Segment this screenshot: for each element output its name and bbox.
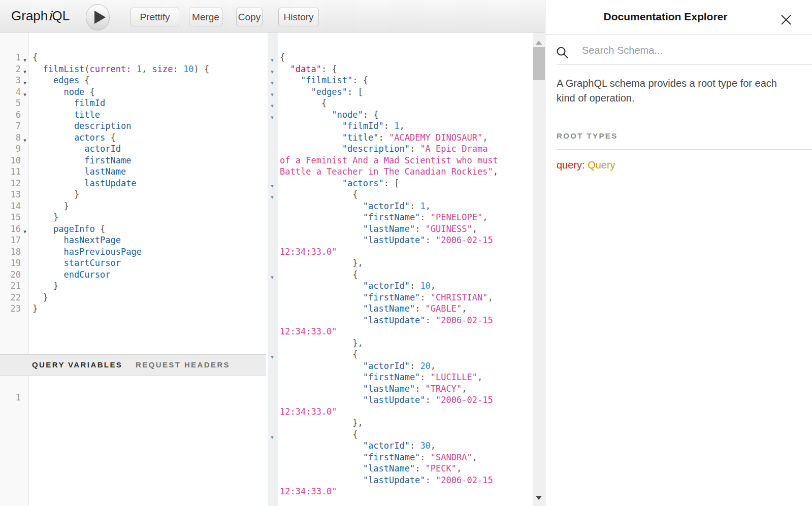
close-icon[interactable] <box>780 14 792 26</box>
scrollbar-thumb[interactable] <box>533 47 545 80</box>
code-line-text: "actorId": 10, <box>280 280 501 292</box>
result-line: "actorId": 20, <box>266 360 501 372</box>
copy-button[interactable]: Copy <box>236 8 263 26</box>
history-button[interactable]: History <box>278 8 319 26</box>
line-number: 14 <box>0 200 21 212</box>
code-line-text: filmList(current: 1, size: 10) { <box>29 63 209 75</box>
fold-gutter-cell <box>21 146 29 157</box>
line-number: 21 <box>0 280 21 292</box>
fold-arrow-icon[interactable]: ▾ <box>21 89 29 100</box>
logo-text: Graph <box>11 8 48 23</box>
query-editor-line: 4▾ node { <box>0 86 209 98</box>
query-editor-line: 5 filmId <box>0 97 209 109</box>
fold-gutter-cell <box>21 306 29 317</box>
code-line-text: lastName <box>29 166 126 178</box>
fold-gutter-cell <box>266 363 278 375</box>
query-editor-line: 11 lastName <box>0 166 209 178</box>
prettify-button[interactable]: Prettify <box>131 8 179 26</box>
scrollbar-down-arrow-icon[interactable] <box>536 496 542 500</box>
fold-arrow-icon[interactable]: ▾ <box>21 134 29 146</box>
code-line-text: hasNextPage <box>29 234 121 246</box>
fold-gutter-cell <box>266 477 278 500</box>
result-pane: ▾{▾ "data": {▾ "filmList": {▾ "edges": [… <box>266 32 545 506</box>
fold-arrow-icon[interactable]: ▾ <box>266 77 278 89</box>
code-line-text: { <box>280 97 501 109</box>
query-editor-line: 23} <box>0 303 209 315</box>
code-line-text: edges { <box>29 75 90 86</box>
fold-arrow-icon[interactable]: ▾ <box>266 112 278 123</box>
result-line: "lastUpdate": "2006-02-15 12:34:33.0" <box>266 394 501 417</box>
result-line: "firstName": "PENELOPE", <box>266 212 501 223</box>
code-line-text: "lastUpdate": "2006-02-15 12:34:33.0" <box>280 315 501 338</box>
fold-arrow-icon[interactable]: ▾ <box>266 431 278 443</box>
variables-tab-bar: QUERY VARIABLESREQUEST HEADERS <box>0 354 266 376</box>
code-line-text: lastUpdate <box>29 178 137 189</box>
query-editor-line: 15 } <box>0 212 209 223</box>
fold-arrow-icon[interactable]: ▾ <box>266 180 278 192</box>
line-number: 20 <box>0 269 21 281</box>
result-line: "lastName": "TRACY", <box>266 383 501 395</box>
query-editor-line: 21 } <box>0 280 209 292</box>
tab-query-variables[interactable]: QUERY VARIABLES <box>32 355 122 375</box>
line-number: 19 <box>0 257 21 269</box>
line-number: 4 <box>0 86 21 98</box>
execute-button[interactable] <box>86 4 110 30</box>
fold-gutter-cell <box>266 397 278 420</box>
line-number: 12 <box>0 178 21 189</box>
fold-gutter-cell <box>266 294 278 306</box>
query-editor[interactable]: 1▾{2▾ filmList(current: 1, size: 10) {3▾… <box>0 52 209 315</box>
code-line-text: "lastName": "GABLE", <box>280 303 501 315</box>
fold-arrow-icon[interactable]: ▾ <box>266 54 278 66</box>
query-editor-line: 10 firstName <box>0 155 209 166</box>
query-editor-line: 14 } <box>0 200 209 212</box>
result-scrollbar[interactable] <box>533 32 545 506</box>
code-line-text: { <box>280 52 501 63</box>
code-line-text: title <box>29 109 100 121</box>
result-line: ▾ { <box>266 429 501 441</box>
code-line-text: "actorId": 1, <box>280 200 501 212</box>
search-input[interactable] <box>581 40 786 60</box>
fold-arrow-icon[interactable]: ▾ <box>266 100 278 112</box>
fold-arrow-icon[interactable]: ▾ <box>266 191 278 203</box>
query-keyword: query <box>557 159 582 171</box>
query-type-link[interactable]: Query <box>588 159 615 171</box>
graphiql-logo: GraphiQL <box>11 0 70 31</box>
merge-button[interactable]: Merge <box>189 8 222 26</box>
fold-arrow-icon[interactable]: ▾ <box>21 77 29 89</box>
result-line: ▾ "filmList": { <box>266 75 501 86</box>
code-line-text: node { <box>29 86 95 98</box>
code-line-text: "actorId": 30, <box>280 440 501 452</box>
fold-gutter-cell <box>21 100 29 112</box>
code-line-text: } <box>29 292 48 303</box>
fold-arrow-icon[interactable]: ▾ <box>266 66 278 78</box>
result-line: "actorId": 30, <box>266 440 501 452</box>
fold-arrow-icon[interactable]: ▾ <box>266 272 278 283</box>
code-line-text: } <box>29 189 79 200</box>
line-number: 7 <box>0 120 21 132</box>
code-line-text: startCursor <box>29 257 121 269</box>
line-number: 9 <box>0 143 21 155</box>
code-line-text: "lastUpdate": "2006-02-15 12:34:33.0" <box>280 475 501 497</box>
scrollbar-up-arrow-icon[interactable] <box>536 41 542 45</box>
fold-arrow-icon[interactable]: ▾ <box>266 89 278 100</box>
result-line: "firstName": "LUCILLE", <box>266 372 501 383</box>
tab-request-headers[interactable]: REQUEST HEADERS <box>136 355 230 375</box>
code-line-text: "node": { <box>280 109 501 121</box>
doc-explorer-title: Documentation Explorer <box>545 0 786 33</box>
result-line: ▾ { <box>266 189 501 200</box>
fold-arrow-icon[interactable]: ▾ <box>21 66 29 78</box>
fold-gutter-cell <box>266 317 278 340</box>
fold-arrow-icon[interactable]: ▾ <box>21 54 29 66</box>
fold-gutter-cell <box>266 340 278 352</box>
result-line: "lastUpdate": "2006-02-15 12:34:33.0" <box>266 475 501 497</box>
play-icon <box>94 11 106 24</box>
fold-arrow-icon[interactable]: ▾ <box>266 351 278 363</box>
code-line-text: { <box>280 429 501 441</box>
query-editor-line: 2▾ filmList(current: 1, size: 10) { <box>0 63 209 75</box>
colon: : <box>582 159 588 171</box>
result-line: "description": "A Epic Drama of a Femini… <box>266 143 501 178</box>
code-line-text: "edges": [ <box>280 86 501 98</box>
fold-arrow-icon[interactable]: ▾ <box>21 226 29 238</box>
result-line: "lastUpdate": "2006-02-15 12:34:33.0" <box>266 315 501 338</box>
code-line-text: "title": "ACADEMY DINOSAUR", <box>280 132 501 144</box>
